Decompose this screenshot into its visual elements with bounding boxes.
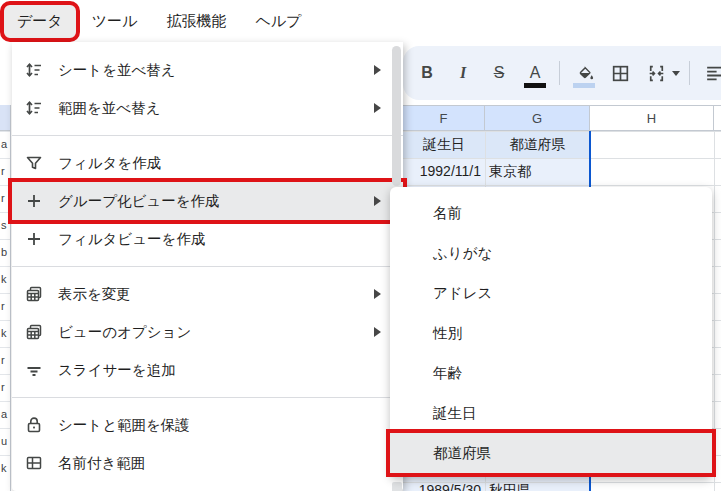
horizontal-align-icon: [704, 63, 721, 84]
text-color-swatch: [524, 83, 546, 88]
menu-item-label: ビューのオプション: [58, 323, 191, 342]
merge-cells-icon: [646, 63, 667, 84]
group-by-column-submenu: 名前 ふりがな アドレス 性別 年齢 誕生日 都道府県: [390, 187, 712, 477]
cell-text-fragment: r: [0, 293, 10, 320]
menu-item[interactable]: シートを並べ替え: [12, 51, 403, 89]
plus-icon: [24, 229, 44, 249]
menu-item[interactable]: 名前付き範囲: [12, 444, 403, 482]
submenu-item-label: 都道府県: [433, 444, 491, 463]
toolbar-divider: [689, 61, 690, 85]
cell-f1[interactable]: 誕生日: [403, 131, 485, 158]
text-color-button[interactable]: A: [522, 60, 548, 86]
menu-scrollbar-bottom: [392, 482, 402, 491]
strikethrough-glyph: S: [494, 64, 505, 82]
fill-color-icon: [574, 63, 595, 84]
cell-text-fragment: b: [0, 239, 10, 266]
submenu-item-label: 名前: [433, 204, 462, 223]
menu-item[interactable]: フィルタを作成: [12, 144, 403, 182]
menu-item-label: フィルタを作成: [58, 154, 161, 173]
column-header-partial: [714, 105, 721, 131]
menu-item-label: 名前付き範囲: [58, 454, 145, 473]
cell-text-fragment: k: [0, 266, 10, 293]
funnel-icon: [24, 153, 44, 173]
menubar-item-label: ツール: [92, 12, 138, 29]
submenu-item[interactable]: 名前: [390, 193, 712, 233]
submenu-item[interactable]: 都道府県: [390, 433, 712, 473]
menubar-item[interactable]: ツール: [79, 5, 151, 38]
cell-g-bottom[interactable]: 秋田県: [485, 477, 590, 491]
menu-item-label: シートを並べ替え: [58, 61, 176, 80]
fill-color-button[interactable]: [571, 60, 597, 86]
menubar-item-label: ヘルプ: [255, 12, 301, 29]
submenu-item[interactable]: 年齢: [390, 353, 712, 393]
submenu-item[interactable]: アドレス: [390, 273, 712, 313]
menu-item-label: 表示を変更: [58, 285, 131, 304]
menu-item-label: シートと範囲を保護: [58, 416, 190, 435]
cell-g1[interactable]: 都道府県: [485, 131, 590, 158]
menu-item-label: フィルタビューを作成: [58, 230, 205, 249]
cell-text-fragment: s: [0, 212, 10, 239]
menu-item[interactable]: 範囲を並べ替え: [12, 89, 403, 127]
italic-button[interactable]: I: [450, 60, 476, 86]
italic-glyph: I: [460, 64, 466, 82]
menu-item[interactable]: グループ化ビューを作成: [12, 182, 403, 220]
cell-text-fragment: r: [0, 347, 10, 374]
strikethrough-button[interactable]: S: [486, 60, 512, 86]
named-range-icon: [24, 453, 44, 473]
cell-text-fragment: a: [0, 131, 10, 158]
menubar-item[interactable]: ヘルプ: [242, 5, 314, 38]
menu-scrollbar-thumb[interactable]: [392, 46, 401, 186]
borders-button[interactable]: [607, 60, 633, 86]
lock-icon: [24, 415, 44, 435]
menu-item[interactable]: スライサーを追加: [12, 351, 403, 389]
cell-f-bottom[interactable]: 1989/5/30: [403, 477, 485, 491]
merge-cells-button[interactable]: [643, 60, 669, 86]
column-header-h[interactable]: H: [590, 105, 714, 131]
left-edge-header-cell: [0, 105, 10, 131]
cell-g2[interactable]: 東京都: [485, 158, 590, 185]
menu-divider: [12, 135, 403, 136]
menu-item[interactable]: フィルタビューを作成: [12, 220, 403, 258]
submenu-item-label: 誕生日: [433, 404, 477, 423]
cell-f2[interactable]: 1992/11/1: [403, 158, 485, 185]
submenu-item[interactable]: 性別: [390, 313, 712, 353]
text-color-letter: A: [530, 64, 541, 82]
horizontal-align-button[interactable]: [701, 60, 721, 86]
column-headers: F G H: [403, 105, 721, 131]
cell-text-fragment: k: [0, 320, 10, 347]
menu-divider: [12, 397, 403, 398]
submenu-item-label: 性別: [433, 324, 462, 343]
cell-text-fragment: r: [0, 158, 10, 185]
cell-text-fragment: r: [0, 185, 10, 212]
cell-text-fragment: k: [0, 455, 10, 482]
menu-divider: [12, 266, 403, 267]
menubar-item[interactable]: データ: [4, 5, 76, 38]
menu-item[interactable]: シートと範囲を保護: [12, 406, 403, 444]
menubar-item-label: データ: [17, 12, 63, 29]
column-header-g[interactable]: G: [485, 105, 590, 131]
slicer-icon: [24, 360, 44, 380]
submenu-item[interactable]: ふりがな: [390, 233, 712, 273]
plus-icon: [24, 191, 44, 211]
bold-button[interactable]: B: [414, 60, 440, 86]
data-menu-panel: シートを並べ替え 範囲を並べ替え フィルタを作成 グループ化ビューを作成 フィル…: [12, 42, 403, 491]
menu-item-label: スライサーを追加: [58, 361, 176, 380]
merge-cells-dropdown-caret-icon[interactable]: [672, 71, 680, 76]
menu-bar: データ ツール 拡張機能 ヘルプ: [0, 0, 721, 42]
menu-item[interactable]: 表示を変更: [12, 275, 403, 313]
submenu-item[interactable]: 誕生日: [390, 393, 712, 433]
column-header-f[interactable]: F: [403, 105, 485, 131]
view-icon: [24, 322, 44, 342]
menu-item-label: グループ化ビューを作成: [58, 192, 220, 211]
cell-text-fragment: r: [0, 374, 10, 401]
menubar-item-label: 拡張機能: [166, 12, 226, 29]
menubar-item[interactable]: 拡張機能: [153, 5, 239, 38]
cell-text-fragment: a: [0, 401, 10, 428]
sort-icon: [24, 98, 44, 118]
left-edge-cell-fragments: arrsbkrkrrauk: [0, 131, 10, 482]
menu-item-label: 範囲を並べ替え: [58, 99, 161, 118]
cell-text-fragment: u: [0, 428, 10, 455]
menu-item[interactable]: ビューのオプション: [12, 313, 403, 351]
view-icon: [24, 284, 44, 304]
fill-color-swatch: [573, 83, 595, 88]
